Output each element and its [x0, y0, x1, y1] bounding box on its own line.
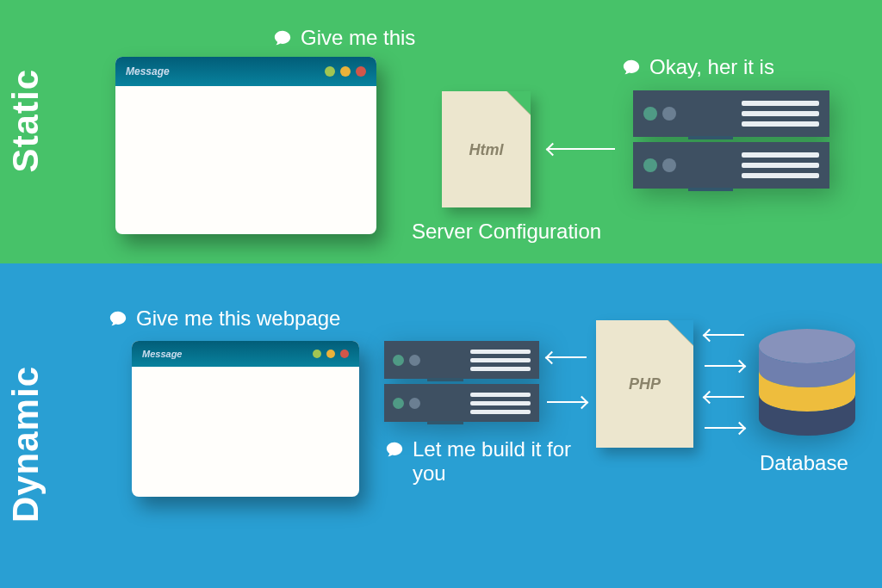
server-slots: [470, 350, 531, 371]
window-dot-yellow: [326, 350, 335, 358]
dynamic-request-text: Give me this webpage: [136, 306, 340, 331]
server-lights: [393, 355, 420, 366]
dynamic-browser-window: Message: [132, 341, 359, 497]
speech-bubble-icon: [273, 28, 292, 47]
window-controls: [325, 66, 366, 77]
static-section-label: Static: [5, 69, 47, 172]
window-dot-green: [325, 66, 335, 77]
dynamic-server-stack: [384, 341, 539, 422]
static-file-label: Html: [469, 140, 504, 158]
database-icon: [757, 329, 857, 443]
speech-bubble-icon: [385, 440, 404, 459]
server-lights: [393, 398, 420, 409]
speech-bubble-icon: [622, 58, 641, 77]
server-unit: [633, 142, 829, 189]
static-request-speech: Give me this: [273, 26, 415, 50]
static-response-speech: Okay, her it is: [622, 55, 774, 79]
static-arrow-left: [548, 148, 615, 150]
dynamic-arrow-file-db-3: [705, 396, 744, 398]
server-unit: [384, 341, 539, 379]
dynamic-request-speech: Give me this webpage: [109, 306, 340, 331]
dynamic-file-label: PHP: [629, 375, 661, 393]
dynamic-arrow-file-db-4: [705, 427, 744, 429]
server-lights: [643, 107, 676, 121]
server-lights: [643, 158, 676, 172]
diagram-canvas: Static Dynamic Give me this Okay, her it…: [0, 0, 882, 588]
static-browser-window: Message: [115, 57, 376, 234]
static-request-text: Give me this: [301, 26, 415, 50]
window-dot-red: [340, 350, 349, 358]
database-label: Database: [760, 451, 848, 475]
dynamic-response-text: Let me build it for you: [413, 437, 575, 486]
svg-point-0: [759, 329, 855, 363]
window-controls: [313, 350, 349, 358]
dynamic-arrow-file-db-1: [705, 334, 744, 336]
browser-title: Message: [142, 349, 182, 359]
dynamic-arrow-server-file-right: [547, 401, 587, 403]
dynamic-arrow-file-db-2: [705, 365, 744, 367]
speech-bubble-icon: [109, 309, 127, 328]
dynamic-arrow-server-file-left: [547, 356, 587, 358]
window-dot-red: [356, 66, 366, 77]
browser-titlebar: Message: [115, 57, 376, 86]
dynamic-php-file: PHP: [596, 320, 693, 448]
window-dot-green: [313, 350, 321, 358]
window-dot-yellow: [340, 66, 351, 77]
static-html-file: Html: [442, 91, 531, 207]
server-unit: [384, 384, 539, 422]
browser-title: Message: [126, 65, 170, 77]
server-unit: [633, 90, 829, 137]
server-slots: [742, 101, 819, 127]
static-caption: Server Configuration: [412, 220, 601, 244]
dynamic-section-label: Dynamic: [5, 366, 47, 523]
browser-titlebar: Message: [132, 341, 359, 367]
dynamic-response-speech: Let me build it for you: [385, 437, 575, 486]
server-slots: [742, 152, 819, 178]
static-server-stack: [633, 90, 829, 189]
server-slots: [470, 393, 531, 414]
static-response-text: Okay, her it is: [649, 55, 774, 79]
